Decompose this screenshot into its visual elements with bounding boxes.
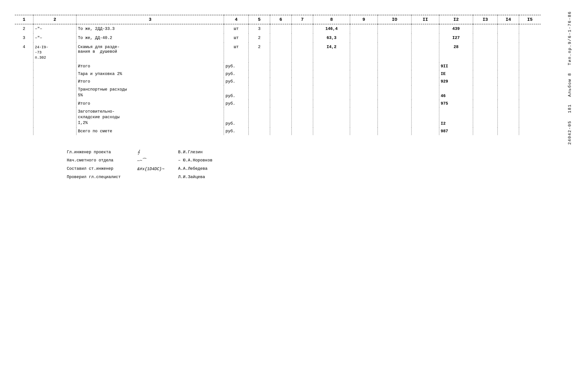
row4-col10 [378, 42, 411, 62]
sig-line-2: —~⁀ [137, 158, 178, 163]
sum6-c11 [411, 107, 439, 127]
sig-name-3: А.А.Лебедева [178, 166, 252, 171]
row2-col6 [270, 24, 292, 33]
row4-col11 [411, 42, 439, 62]
row2-col9 [350, 24, 378, 33]
summary-row-1: Итого руб. 9II [15, 62, 541, 70]
table-row: 4 24-I9--73п.302 Скамья для разде-вания … [15, 42, 541, 62]
row2-qty: 3 [249, 24, 270, 33]
sum6-c1 [15, 107, 33, 127]
sum6-c7 [292, 107, 313, 127]
sum4-c7 [292, 85, 313, 100]
row3-col11 [411, 33, 439, 42]
sig-role-4: Проверил гл.специалист [67, 175, 137, 179]
row2-code: –"– [33, 24, 76, 33]
col-header-9: 9 [350, 15, 378, 24]
sum1-c5 [249, 62, 270, 70]
table-row: 2 –"– То же, 2ДД-33.3 шт 3 146,4 439 [15, 24, 541, 33]
sum5-c7 [292, 100, 313, 107]
sum6-c9 [350, 107, 378, 127]
sum2-c9 [350, 70, 378, 78]
summary-row-7: Всего по смете руб. 987 [15, 127, 541, 135]
sum7-c5 [249, 127, 270, 135]
sum7-c2 [33, 127, 76, 135]
sum3-c1 [15, 78, 33, 85]
row4-col7 [292, 42, 313, 62]
main-table: 1 2 3 4 5 6 7 8 9 IO II I2 I3 I4 I5 2 –"… [15, 15, 541, 135]
sum5-label: Итого [76, 100, 224, 107]
sum4-c13 [473, 85, 498, 100]
sum1-c13 [473, 62, 498, 70]
col-header-8: 8 [313, 15, 350, 24]
row4-code: 24-I9--73п.302 [33, 42, 76, 62]
sum7-c14 [498, 127, 519, 135]
row3-qty: 2 [249, 33, 270, 42]
sum5-c14 [498, 100, 519, 107]
sum1-unit: руб. [224, 62, 249, 70]
col-header-2: 2 [33, 15, 76, 24]
summary-row-4: Транспортные расходы5% руб. 46 [15, 85, 541, 100]
side-label-2: Альбом 8 [568, 73, 572, 97]
sum2-c13 [473, 70, 498, 78]
sum3-unit: руб. [224, 78, 249, 85]
sum6-c13 [473, 107, 498, 127]
table-row: 3 –"– То же, ДД-40.2 шт 2 63,3 I27 [15, 33, 541, 42]
sum2-c10 [378, 70, 411, 78]
sum2-unit: руб. [224, 70, 249, 78]
row4-unit: шт [224, 42, 249, 62]
sum1-c15 [519, 62, 541, 70]
sum2-c6 [270, 70, 292, 78]
row2-col10 [378, 24, 411, 33]
sig-role-3: Составил ст.инженер [67, 166, 137, 171]
sum4-c9 [350, 85, 378, 100]
sum4-c6 [270, 85, 292, 100]
sum5-c13 [473, 100, 498, 107]
row2-col13 [473, 24, 498, 33]
sum1-c14 [498, 62, 519, 70]
sum7-c11 [411, 127, 439, 135]
sum5-c8 [313, 100, 350, 107]
sum4-unit: руб. [224, 85, 249, 100]
sig-name-4: Л.И.Зайцева [178, 175, 252, 179]
side-labels: Тип.пр.9/6-1-76-86 Альбом 8 181 24042-05 [568, 11, 572, 381]
sum1-c7 [292, 62, 313, 70]
sum2-value: IE [439, 70, 473, 78]
row2-col7 [292, 24, 313, 33]
row3-col7 [292, 33, 313, 42]
sum1-c10 [378, 62, 411, 70]
sum3-c11 [411, 78, 439, 85]
row4-col13 [473, 42, 498, 62]
row3-col10 [378, 33, 411, 42]
sum4-c5 [249, 85, 270, 100]
sum6-unit: руб. [224, 107, 249, 127]
sum5-value: 975 [439, 100, 473, 107]
sum4-c14 [498, 85, 519, 100]
row4-col12: 28 [439, 42, 473, 62]
sum5-c1 [15, 100, 33, 107]
sum5-c10 [378, 100, 411, 107]
sum6-c8 [313, 107, 350, 127]
sum2-c2 [33, 70, 76, 78]
sum1-c6 [270, 62, 292, 70]
row3-col6 [270, 33, 292, 42]
sum6-c10 [378, 107, 411, 127]
col-header-1: 1 [15, 15, 33, 24]
sig-name-2: – Ю.А.Норовков [178, 158, 252, 163]
sum2-c5 [249, 70, 270, 78]
col-header-3: 3 [76, 15, 224, 24]
col-header-5: 5 [249, 15, 270, 24]
summary-row-3: Итого руб. 929 [15, 78, 541, 85]
row3-desc: То же, ДД-40.2 [76, 33, 224, 42]
sum5-c15 [519, 100, 541, 107]
sum4-c2 [33, 85, 76, 100]
sum5-c11 [411, 100, 439, 107]
row3-col14 [498, 33, 519, 42]
sum2-c1 [15, 70, 33, 78]
sum4-c8 [313, 85, 350, 100]
sum3-c5 [249, 78, 270, 85]
sum3-c9 [350, 78, 378, 85]
sum4-c11 [411, 85, 439, 100]
sum7-c1 [15, 127, 33, 135]
sig-line-3: &#x{1D4DC}∼ [137, 166, 178, 171]
sum4-c1 [15, 85, 33, 100]
